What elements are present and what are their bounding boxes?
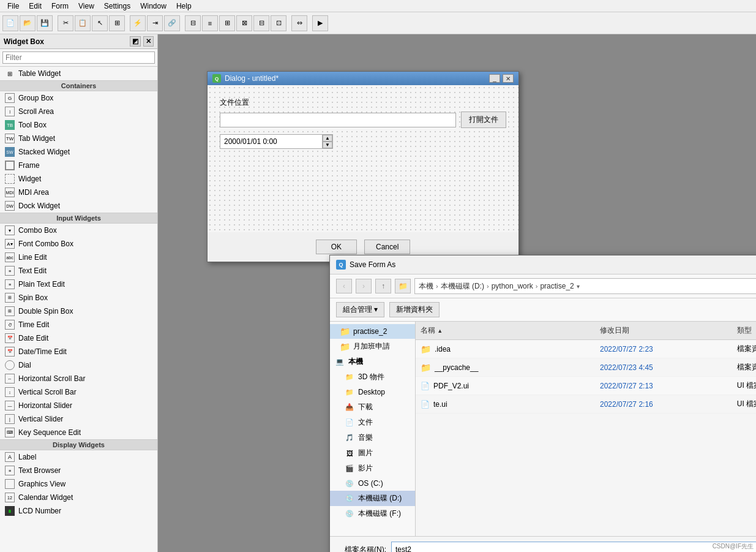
file-row-idea[interactable]: 📁 .idea 2022/07/27 2:23 檔案資料夾 [416, 340, 756, 358]
widget-item-h-slider[interactable]: — Horizontal Slider [0, 399, 157, 412]
save-button[interactable]: 💾 [37, 15, 53, 31]
breadcrumb-expand[interactable]: ▾ [577, 283, 580, 290]
left-item-videos[interactable]: 🎬 影片 [330, 461, 415, 476]
widget-edit-button[interactable]: ⊞ [109, 15, 125, 31]
left-item-pictures[interactable]: 🖼 圖片 [330, 445, 415, 461]
copy-button[interactable]: 📋 [75, 15, 91, 31]
file-location-input[interactable] [220, 113, 456, 127]
file-row-pdf-v2[interactable]: 📄 PDF_V2.ui 2022/07/27 2:13 UI 檔案 6 KB [416, 377, 756, 395]
left-item-my-computer-header[interactable]: 💻 本機 [330, 354, 415, 369]
widget-item-dock-widget[interactable]: DW Dock Widget [0, 199, 157, 213]
widget-item-group-box[interactable]: G Group Box [0, 91, 157, 105]
dialog-controls: _ ✕ [489, 74, 514, 83]
widget-box-float-btn[interactable]: ◩ [130, 36, 141, 47]
widget-item-dial[interactable]: Dial [0, 358, 157, 372]
signal-slot-button[interactable]: ⚡ [130, 15, 146, 31]
pointer-button[interactable]: ↖ [92, 15, 108, 31]
file-row-te-ui[interactable]: 📄 te.ui 2022/07/27 2:16 UI 檔案 2 KB [416, 395, 756, 414]
widget-item-frame[interactable]: Frame [0, 159, 157, 172]
new-button[interactable]: 📄 [2, 15, 18, 31]
layout-form-button[interactable]: ⊠ [236, 15, 252, 31]
file-row-pycache[interactable]: 📁 __pycache__ 2022/07/23 4:45 檔案資料夾 [416, 358, 756, 377]
widget-item-tab-widget[interactable]: TW Tab Widget [0, 132, 157, 145]
nav-forward-btn[interactable]: › [356, 279, 372, 293]
menu-help[interactable]: Help [171, 2, 196, 10]
widget-item-label: Date/Time Edit [18, 347, 67, 356]
organize-button[interactable]: 組合管理 ▾ [336, 302, 384, 317]
preview-button[interactable]: ▶ [312, 15, 328, 31]
tab-order-button[interactable]: ⇥ [147, 15, 163, 31]
layout-grid-button[interactable]: ⊞ [219, 15, 235, 31]
widget-item-table-widget[interactable]: ⊞ Table Widget [0, 67, 157, 80]
menu-file[interactable]: File [2, 2, 24, 10]
buddy-button[interactable]: 🔗 [164, 15, 180, 31]
dialog-close-btn[interactable]: ✕ [503, 74, 514, 83]
layout-v-button[interactable]: ≡ [202, 15, 218, 31]
layout-break2-button[interactable]: ⊡ [271, 15, 286, 31]
layout-break-button[interactable]: ⊟ [253, 15, 269, 31]
widget-item-datetime-edit[interactable]: 📅 Date/Time Edit [0, 345, 157, 358]
left-item-documents[interactable]: 📄 文件 [330, 415, 415, 430]
new-folder-button[interactable]: 新增資料夾 [389, 302, 440, 317]
nav-location-btn[interactable]: 📁 [395, 279, 411, 293]
widget-item-v-scrollbar[interactable]: ↕ Vertical Scroll Bar [0, 385, 157, 399]
left-item-3d[interactable]: 📁 3D 物件 [330, 369, 415, 385]
layout-h-button[interactable]: ⊟ [185, 15, 201, 31]
widget-item-date-edit[interactable]: 📅 Date Edit [0, 331, 157, 345]
menu-window[interactable]: Window [135, 2, 171, 10]
col-date[interactable]: 修改日期 [595, 324, 732, 337]
col-name[interactable]: 名稱 ▲ [416, 324, 595, 337]
filename-input[interactable] [391, 542, 756, 552]
menu-settings[interactable]: Settings [99, 2, 135, 10]
menu-form[interactable]: Form [47, 2, 73, 10]
widget-item-tool-box[interactable]: TB Tool Box [0, 118, 157, 132]
widget-item-font-combo-box[interactable]: A▾ Font Combo Box [0, 237, 157, 251]
nav-up-btn[interactable]: ↑ [375, 279, 391, 293]
left-item-desktop[interactable]: 📁 Desktop [330, 385, 415, 399]
dialog-ok-button[interactable]: OK [316, 240, 357, 254]
widget-item-lcd-number[interactable]: 8 LCD Number [0, 504, 157, 518]
adjust-size-button[interactable]: ⇔ [291, 15, 307, 31]
widget-item-v-slider[interactable]: | Vertical Slider [0, 412, 157, 426]
col-type[interactable]: 類型 [732, 324, 756, 337]
widget-item-combo-box[interactable]: ▾ Combo Box [0, 224, 157, 237]
widget-item-widget[interactable]: Widget [0, 172, 157, 186]
widget-item-scroll-area[interactable]: ↕ Scroll Area [0, 105, 157, 118]
filter-input[interactable] [2, 51, 155, 64]
widget-item-plain-text-edit[interactable]: ≡ Plain Text Edit [0, 278, 157, 291]
widget-item-line-edit[interactable]: abc Line Edit [0, 251, 157, 264]
left-item-drive-d[interactable]: 💿 本機磁碟 (D:) [330, 491, 415, 506]
widget-item-mdi-area[interactable]: MDI MDI Area [0, 186, 157, 199]
cut-button[interactable]: ✂ [58, 15, 73, 31]
widget-item-double-spin-box[interactable]: ⊞ Double Spin Box [0, 304, 157, 318]
widget-item-text-browser[interactable]: ≡ Text Browser [0, 464, 157, 477]
datetime-edit-icon: 📅 [5, 347, 15, 357]
left-item-music[interactable]: 🎵 音樂 [330, 430, 415, 445]
widget-item-label: Spin Box [18, 293, 48, 302]
widget-item-key-seq-edit[interactable]: ⌨ Key Sequence Edit [0, 426, 157, 439]
spin-down-btn[interactable]: ▼ [323, 142, 332, 148]
widget-item-text-edit[interactable]: ≡ Text Edit [0, 264, 157, 278]
left-item-drive-f[interactable]: 💿 本機磁碟 (F:) [330, 506, 415, 521]
widget-item-label[interactable]: A Label [0, 450, 157, 464]
spin-up-btn[interactable]: ▲ [323, 135, 332, 142]
widget-item-graphics-view[interactable]: Graphics View [0, 477, 157, 491]
dialog-minimize-btn[interactable]: _ [489, 74, 500, 83]
tab-widget-icon: TW [5, 134, 15, 143]
open-button[interactable]: 📂 [20, 15, 36, 31]
widget-box-close-btn[interactable]: ✕ [143, 36, 154, 47]
widget-item-spin-box[interactable]: ⊞ Spin Box [0, 291, 157, 304]
left-item-os-c[interactable]: 💿 OS (C:) [330, 476, 415, 491]
left-item-downloads[interactable]: 📥 下載 [330, 399, 415, 415]
open-file-button[interactable]: 打開文件 [461, 112, 506, 128]
left-item-monthly[interactable]: 📁 月加班申請 [330, 339, 415, 354]
menu-edit[interactable]: Edit [24, 2, 47, 10]
nav-back-btn[interactable]: ‹ [336, 279, 352, 293]
left-item-practise2[interactable]: 📁 practise_2 [330, 324, 415, 339]
dialog-cancel-button[interactable]: Cancel [364, 240, 410, 254]
widget-item-h-scrollbar[interactable]: ↔ Horizontal Scroll Bar [0, 372, 157, 385]
widget-item-time-edit[interactable]: ⏱ Time Edit [0, 318, 157, 331]
widget-item-calendar-widget[interactable]: 12 Calendar Widget [0, 491, 157, 504]
menu-view[interactable]: View [73, 2, 99, 10]
widget-item-stacked-widget[interactable]: SW Stacked Widget [0, 145, 157, 159]
